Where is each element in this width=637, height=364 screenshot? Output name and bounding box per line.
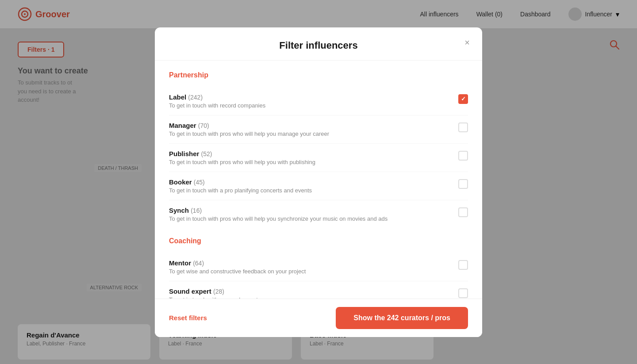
filter-item-publisher: Publisher (52) To get in touch with pros… bbox=[169, 144, 468, 172]
filter-desc-label: To get in touch with record companies bbox=[169, 102, 458, 109]
filter-desc-manager: To get in touch with pros who will help … bbox=[169, 130, 458, 137]
show-curators-button[interactable]: Show the 242 curators / pros bbox=[336, 307, 468, 329]
modal-footer: Reset filters Show the 242 curators / pr… bbox=[155, 299, 482, 337]
filter-name-sound-expert: Sound expert (28) bbox=[169, 287, 458, 295]
section-divider bbox=[169, 228, 468, 237]
filter-name-label: Label (242) bbox=[169, 93, 458, 101]
filter-item-label: Label (242) To get in touch with record … bbox=[169, 87, 468, 115]
filter-text-sound-expert: Sound expert (28) To get in touch with a… bbox=[169, 287, 458, 299]
filter-item-synch: Synch (16) To get in touch with pros who… bbox=[169, 200, 468, 228]
filter-name-booker: Booker (45) bbox=[169, 178, 458, 186]
reset-filters-button[interactable]: Reset filters bbox=[169, 314, 207, 322]
filter-name-synch: Synch (16) bbox=[169, 207, 458, 214]
filter-text-booker: Booker (45) To get in touch with a pro p… bbox=[169, 178, 458, 194]
filter-text-mentor: Mentor (64) To get wise and constructive… bbox=[169, 259, 458, 275]
checkbox-synch[interactable] bbox=[458, 207, 468, 217]
checkbox-label[interactable] bbox=[458, 94, 468, 104]
filter-desc-publisher: To get in touch with pros who will help … bbox=[169, 159, 458, 165]
modal-close-button[interactable]: × bbox=[464, 38, 470, 47]
checkbox-manager[interactable] bbox=[458, 123, 468, 132]
filter-desc-mentor: To get wise and constructive feedback on… bbox=[169, 268, 458, 275]
filter-name-mentor: Mentor (64) bbox=[169, 259, 458, 267]
filter-name-publisher: Publisher (52) bbox=[169, 150, 458, 157]
partnership-section: Partnership Label (242) To get in touch … bbox=[169, 71, 468, 228]
filter-item-mentor: Mentor (64) To get wise and constructive… bbox=[169, 253, 468, 281]
checkbox-sound-expert[interactable] bbox=[458, 288, 468, 298]
coaching-section: Coaching Mentor (64) To get wise and con… bbox=[169, 237, 468, 299]
filter-text-publisher: Publisher (52) To get in touch with pros… bbox=[169, 150, 458, 165]
filter-modal: Filter influencers × Partnership Label (… bbox=[155, 27, 482, 337]
modal-title: Filter influencers bbox=[169, 40, 468, 51]
modal-header: Filter influencers × bbox=[155, 27, 482, 61]
filter-desc-synch: To get in touch with pros who will help … bbox=[169, 215, 458, 222]
checkbox-booker[interactable] bbox=[458, 179, 468, 189]
partnership-section-title: Partnership bbox=[169, 71, 468, 79]
filter-item-booker: Booker (45) To get in touch with a pro p… bbox=[169, 172, 468, 200]
modal-body: Partnership Label (242) To get in touch … bbox=[155, 61, 482, 299]
coaching-section-title: Coaching bbox=[169, 237, 468, 245]
checkbox-publisher[interactable] bbox=[458, 151, 468, 161]
filter-text-manager: Manager (70) To get in touch with pros w… bbox=[169, 122, 458, 137]
filter-item-manager: Manager (70) To get in touch with pros w… bbox=[169, 115, 468, 144]
checkbox-mentor[interactable] bbox=[458, 260, 468, 270]
filter-name-manager: Manager (70) bbox=[169, 122, 458, 129]
filter-desc-booker: To get in touch with a pro planifying co… bbox=[169, 187, 458, 194]
filter-text-synch: Synch (16) To get in touch with pros who… bbox=[169, 207, 458, 222]
filter-text-label: Label (242) To get in touch with record … bbox=[169, 93, 458, 109]
filter-item-sound-expert: Sound expert (28) To get in touch with a… bbox=[169, 281, 468, 299]
